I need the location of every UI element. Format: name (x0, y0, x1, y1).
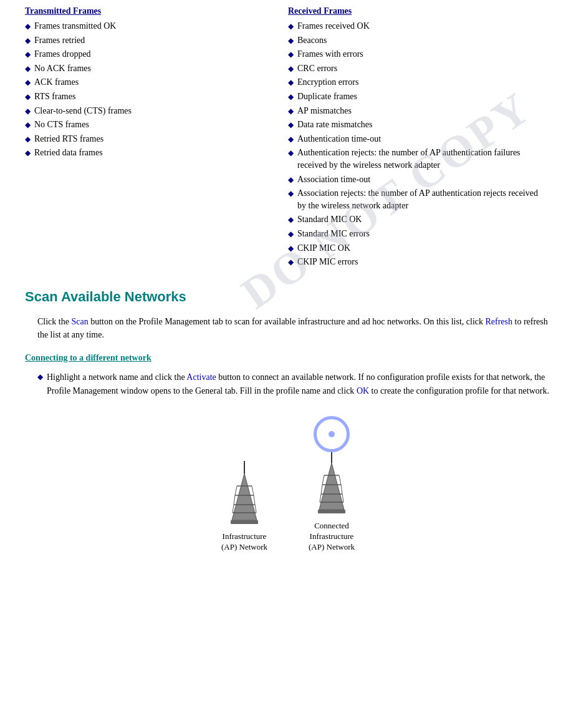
connected-tower-icon (307, 447, 357, 516)
svg-line-19 (322, 475, 324, 485)
tower-icon (219, 458, 269, 527)
transmitted-frames-header: Transmitted Frames (25, 6, 282, 16)
svg-line-10 (233, 505, 234, 513)
diamond-icon: ◆ (288, 134, 294, 145)
diamond-icon: ◆ (25, 148, 31, 158)
connected-tower (307, 416, 357, 516)
diamond-icon: ◆ (288, 36, 294, 46)
received-frames-header: Received Frames (288, 6, 545, 16)
diamond-icon: ◆ (288, 92, 294, 102)
list-item: ◆Frames dropped (25, 48, 282, 61)
diamond-icon: ◆ (25, 134, 31, 145)
svg-line-20 (339, 475, 341, 485)
refresh-link[interactable]: Refresh (485, 317, 512, 326)
list-item: ◆Association rejects: the number of AP a… (288, 187, 545, 211)
svg-line-22 (341, 485, 342, 494)
infrastructure-tower (219, 458, 269, 527)
diamond-icon: ◆ (25, 92, 31, 102)
diamond-icon: ◆ (288, 106, 294, 117)
list-item: ◆Standard MIC OK (288, 213, 545, 226)
svg-line-24 (342, 494, 343, 502)
connecting-subheading: Connecting to a different network (25, 353, 551, 363)
diamond-icon: ◆ (288, 64, 294, 74)
svg-rect-25 (318, 510, 345, 513)
diamond-icon: ◆ (25, 36, 31, 46)
diamond-icon: ◆ (288, 229, 294, 240)
diamond-icon: ◆ (288, 148, 294, 158)
list-item: ◆Authentication rejects: the number of A… (288, 147, 545, 171)
diamond-icon: ◆ (288, 49, 294, 60)
diamond-icon: ◆ (288, 188, 294, 199)
list-item: ◆AP mismatches (288, 105, 545, 117)
svg-line-9 (254, 495, 255, 505)
diamond-icon: ◆ (37, 372, 43, 382)
list-item: ◆Frames received OK (288, 20, 545, 32)
svg-line-7 (252, 486, 254, 495)
list-item: ◆Standard MIC errors (288, 228, 545, 240)
list-item: ◆CKIP MIC OK (288, 242, 545, 255)
diamond-icon: ◆ (288, 120, 294, 130)
diamond-icon: ◆ (25, 106, 31, 117)
diamond-icon: ◆ (288, 215, 294, 225)
frames-table: Transmitted Frames ◆Frames transmitted O… (25, 6, 551, 270)
received-frames-list: ◆Frames received OK ◆Beacons ◆Frames wit… (288, 20, 545, 268)
connected-infrastructure-network-item: Connected Infrastructure (AP) Network (307, 416, 357, 553)
svg-line-21 (321, 485, 322, 494)
connecting-bullet-item: ◆ Highlight a network name and click the… (37, 371, 551, 397)
diamond-icon: ◆ (288, 257, 294, 268)
infrastructure-label: Infrastructure(AP) Network (221, 531, 267, 553)
list-item: ◆Authentication time-out (288, 133, 545, 145)
list-item: ◆Beacons (288, 34, 545, 47)
diamond-icon: ◆ (25, 21, 31, 32)
transmitted-frames-column: Transmitted Frames ◆Frames transmitted O… (25, 6, 288, 270)
list-item: ◆No ACK frames (25, 62, 282, 75)
connected-label: Connected Infrastructure (AP) Network (309, 521, 355, 553)
svg-line-11 (255, 505, 256, 513)
transmitted-frames-list: ◆Frames transmitted OK ◆Frames retried ◆… (25, 20, 282, 159)
scan-section-heading: Scan Available Networks (25, 289, 551, 305)
list-item: ◆Encryption errors (288, 76, 545, 89)
scan-body-text: Click the Scan button on the Profile Man… (37, 315, 551, 342)
list-item: ◆Frames with errors (288, 48, 545, 61)
list-item: ◆Retried RTS frames (25, 133, 282, 145)
list-item: ◆RTS frames (25, 90, 282, 103)
diamond-icon: ◆ (25, 64, 31, 74)
list-item: ◆Frames transmitted OK (25, 20, 282, 32)
list-item: ◆Data rate mismatches (288, 119, 545, 131)
diamond-icon: ◆ (288, 21, 294, 32)
list-item: ◆Retried data frames (25, 147, 282, 159)
diamond-icon: ◆ (25, 49, 31, 60)
diamond-icon: ◆ (288, 175, 294, 185)
list-item: ◆Clear-to-send (CTS) frames (25, 105, 282, 117)
scan-link[interactable]: Scan (71, 317, 88, 326)
received-frames-column: Received Frames ◆Frames received OK ◆Bea… (288, 6, 551, 270)
diamond-icon: ◆ (288, 77, 294, 88)
activate-link[interactable]: Activate (186, 372, 216, 382)
diamond-icon: ◆ (288, 243, 294, 254)
svg-line-8 (234, 495, 235, 505)
infrastructure-network-item: Infrastructure(AP) Network (219, 458, 269, 553)
connecting-body-text: Highlight a network name and click the A… (47, 371, 551, 397)
svg-line-23 (320, 494, 321, 502)
list-item: ◆Duplicate frames (288, 90, 545, 103)
list-item: ◆CKIP MIC errors (288, 256, 545, 268)
ok-link[interactable]: OK (357, 386, 369, 396)
list-item: ◆No CTS frames (25, 119, 282, 131)
network-icons-section: Infrastructure(AP) Network (25, 416, 551, 553)
list-item: ◆Frames retried (25, 34, 282, 47)
list-item: ◆CRC errors (288, 62, 545, 75)
diamond-icon: ◆ (25, 77, 31, 88)
diamond-icon: ◆ (25, 120, 31, 130)
list-item: ◆ACK frames (25, 76, 282, 89)
svg-line-6 (235, 486, 237, 495)
list-item: ◆Association time-out (288, 173, 545, 186)
svg-rect-12 (231, 520, 258, 524)
